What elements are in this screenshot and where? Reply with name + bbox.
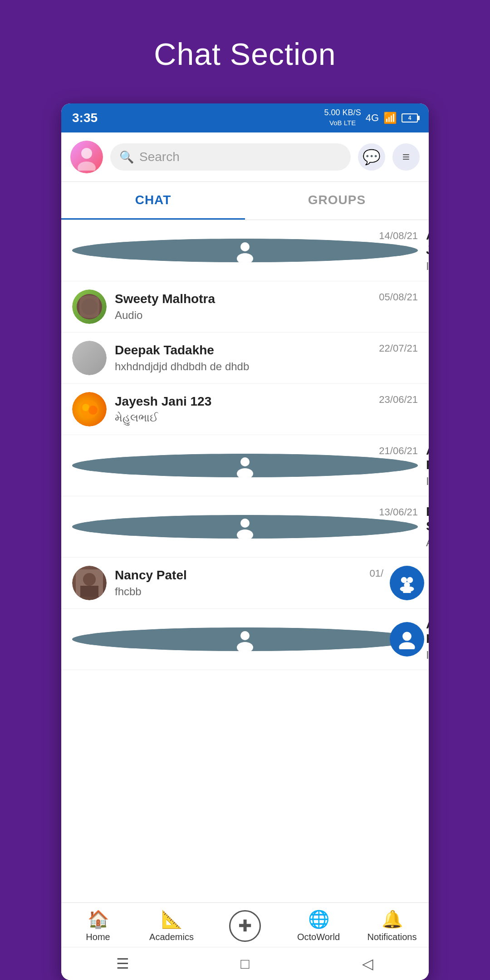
list-item[interactable]: Sweety Malhotra Audio 05/08/21: [61, 281, 429, 333]
chat-name: Jayesh Jani 123: [115, 394, 418, 409]
chat-bubble-icon: 💬: [363, 148, 381, 166]
globe-icon: 🌐: [308, 909, 329, 929]
chat-name: Deepak Tadakhe: [115, 343, 418, 358]
android-back-button[interactable]: ◁: [354, 955, 381, 973]
svg-rect-15: [80, 586, 98, 597]
phone-frame: 3:35 5.00 KB/S VoB LTE 4G 📶 4 🔍 Search: [61, 103, 429, 980]
list-item[interactable]: Jayesh Jani 123 મેહુલભાઈ 23/06/21: [61, 384, 429, 435]
avatar[interactable]: [70, 141, 103, 173]
group-fab-button[interactable]: [390, 566, 424, 600]
chat-content: Deepak Tadakhe hxhdndjdjd dhdbdh de dhdb: [115, 343, 418, 373]
android-nav: ☰ □ ◁: [61, 947, 429, 980]
network-speed: 5.00 KB/S VoB LTE: [324, 108, 361, 127]
chat-message: Audio: [115, 309, 418, 322]
svg-point-25: [399, 642, 415, 649]
avatar: [72, 289, 107, 324]
chat-message: fhcbb: [115, 585, 418, 598]
list-item[interactable]: Ankur Joshi Image 14/08/21: [61, 220, 429, 281]
chat-list: Ankur Joshi Image 14/08/21 Sweety Malhot…: [61, 220, 429, 902]
chat-time: 14/08/21: [379, 230, 418, 242]
chat-message: hxhdndjdjd dhdbdh de dhdb: [115, 360, 418, 373]
svg-point-14: [83, 573, 96, 586]
svg-point-22: [240, 631, 250, 640]
chat-name: Bharat Sinha: [426, 505, 429, 534]
chat-content: Sweety Malhotra Audio: [115, 292, 418, 322]
nav-octoworld[interactable]: 🌐 OctoWorld: [291, 909, 346, 942]
list-item[interactable]: Arjun Kumar Image: [61, 609, 429, 670]
android-home-button[interactable]: □: [231, 955, 259, 973]
list-item[interactable]: Nancy Patel fhcbb 01/: [61, 558, 429, 609]
chat-message: Image: [426, 260, 429, 273]
nav-octoworld-label: OctoWorld: [297, 932, 340, 942]
chat-message: Image: [426, 475, 429, 488]
tabs: CHAT GROUPS: [61, 182, 429, 220]
nav-notifications-label: Notifications: [368, 932, 417, 942]
add-circle-icon: ✚: [229, 910, 261, 942]
chat-name: Arjun Kumar: [426, 617, 429, 646]
avatar: [72, 454, 418, 477]
chat-content: Ankur Joshi Image: [426, 228, 429, 273]
avatar: [72, 515, 418, 539]
chat-time: 05/08/21: [379, 291, 418, 303]
signal-4g: 4G: [366, 112, 379, 124]
status-bar: 3:35 5.00 KB/S VoB LTE 4G 📶 4: [61, 103, 429, 132]
svg-point-12: [237, 529, 253, 539]
tab-groups[interactable]: GROUPS: [245, 182, 429, 220]
chat-time: 23/06/21: [379, 394, 418, 406]
avatar: [72, 239, 418, 262]
chat-time: 01/: [369, 568, 383, 579]
list-item[interactable]: Ankit Patel Image 21/06/21: [61, 435, 429, 496]
search-bar[interactable]: 🔍 Search: [110, 143, 351, 171]
battery-icon: 4: [402, 113, 418, 122]
svg-point-11: [240, 519, 250, 528]
nav-home-label: Home: [86, 932, 110, 942]
list-item[interactable]: Deepak Tadakhe hxhdndjdjd dhdbdh de dhdb…: [61, 333, 429, 384]
signal-bars-icon: 📶: [383, 112, 397, 124]
svg-point-0: [81, 148, 92, 159]
svg-point-7: [82, 404, 89, 411]
menu-button[interactable]: ≡: [392, 143, 420, 171]
svg-point-8: [88, 406, 98, 415]
avatar: [72, 566, 107, 600]
chat-content: Ankit Patel Image: [426, 443, 429, 488]
avatar: [72, 392, 107, 426]
svg-point-10: [237, 468, 253, 477]
chat-content: Jayesh Jani 123 મેહુલભાઈ: [115, 394, 418, 424]
chat-message: Image: [426, 649, 429, 662]
svg-point-3: [237, 253, 253, 262]
svg-point-24: [402, 632, 412, 641]
svg-point-17: [407, 577, 413, 583]
bottom-nav: 🏠 Home 📐 Academics ✚ 🌐 OctoWorld 🔔 Notif…: [61, 902, 429, 947]
academics-icon: 📐: [161, 909, 182, 929]
search-icon: 🔍: [119, 150, 134, 164]
chat-bubble-button[interactable]: 💬: [358, 143, 385, 171]
avatar-image: [70, 141, 103, 173]
nav-home[interactable]: 🏠 Home: [71, 909, 125, 942]
list-item[interactable]: Bharat Sinha Audio 13/06/21: [61, 496, 429, 558]
avatar: [72, 341, 107, 375]
nav-add[interactable]: ✚: [218, 910, 272, 942]
nav-academics-label: Academics: [149, 932, 194, 942]
nav-notifications[interactable]: 🔔 Notifications: [365, 909, 419, 942]
chat-content: Arjun Kumar Image: [426, 617, 429, 662]
chat-name: Ankur Joshi: [426, 228, 429, 257]
chat-content: Bharat Sinha Audio: [426, 505, 429, 549]
home-icon: 🏠: [88, 909, 109, 929]
status-icons: 5.00 KB/S VoB LTE 4G 📶 4: [324, 108, 418, 127]
chat-time: 21/06/21: [379, 445, 418, 457]
chat-time: 22/07/21: [379, 343, 418, 354]
person-fab-button[interactable]: [390, 622, 424, 657]
page-title: Chat Section: [154, 36, 336, 72]
search-placeholder: Search: [139, 150, 180, 164]
android-menu-button[interactable]: ☰: [109, 955, 136, 973]
add-icon: ✚: [238, 916, 252, 936]
svg-point-16: [401, 577, 407, 583]
menu-icon: ≡: [402, 151, 410, 163]
nav-academics[interactable]: 📐 Academics: [144, 909, 199, 942]
chat-message: Audio: [426, 536, 429, 549]
svg-point-23: [237, 642, 253, 651]
svg-point-1: [78, 162, 96, 171]
tab-chat[interactable]: CHAT: [61, 182, 245, 220]
chat-time: 13/06/21: [379, 506, 418, 518]
status-time: 3:35: [72, 111, 98, 125]
